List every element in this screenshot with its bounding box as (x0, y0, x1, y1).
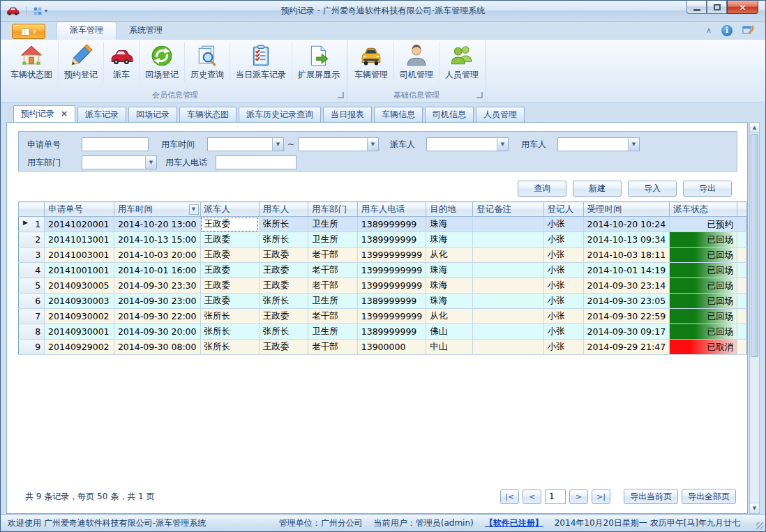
grid-cell[interactable]: 王政委 (200, 263, 259, 278)
column-header[interactable]: 用车时间▼ (114, 202, 200, 217)
grid-cell[interactable]: 小张 (543, 294, 583, 309)
tab-vehicle-status-chart[interactable]: 车辆状态图 (179, 107, 236, 122)
grid-cell[interactable] (473, 309, 544, 324)
grid-cell[interactable]: 王政委 (200, 248, 259, 263)
dropdown-arrow-icon[interactable]: ▼ (272, 138, 283, 151)
grid-cell[interactable]: 2014-10-01 14:19 (583, 263, 670, 278)
grid-cell[interactable]: 老干部 (308, 278, 357, 294)
grid-cell[interactable]: 珠海 (426, 232, 473, 248)
grid-cell[interactable]: 2014-10-13 15:00 (114, 232, 200, 248)
application-menu-button[interactable]: ▾ (12, 24, 45, 39)
grid-cell[interactable]: 2014-10-20 10:24 (583, 217, 670, 232)
column-header[interactable]: 申请单号 (45, 202, 114, 217)
today-dispatch-records-button[interactable]: 当日派车记录 (230, 42, 292, 82)
grid-cell[interactable]: 已回场 (670, 309, 737, 324)
grid-cell[interactable]: 张所长 (259, 232, 308, 248)
export-all-pages-button[interactable]: 导出全部页 (682, 489, 736, 504)
next-page-button[interactable]: > (569, 489, 588, 504)
dropdown-arrow-icon[interactable]: ▼ (628, 138, 639, 151)
grid-cell[interactable]: 从化 (426, 248, 473, 263)
grid-cell[interactable] (473, 340, 544, 355)
last-page-button[interactable]: >| (592, 489, 610, 504)
grid-cell[interactable]: 王政委 (259, 340, 308, 355)
grid-cell[interactable]: 20141013001 (45, 232, 114, 248)
grid-cell[interactable]: 已预约 (670, 217, 737, 232)
grid-cell[interactable]: 珠海 (426, 263, 473, 278)
dispatcher-select[interactable]: ▼ (426, 137, 509, 151)
grid-cell[interactable]: 小张 (543, 248, 583, 263)
grid-cell[interactable]: 已回场 (670, 248, 737, 263)
personnel-manage-button[interactable]: 人员管理 (439, 42, 484, 82)
close-tab-icon[interactable]: × (61, 107, 68, 121)
table-row[interactable]: 9201409290022014-09-30 08:00张所长王政委老干部139… (19, 340, 747, 355)
grid-cell[interactable]: 13999999999 (357, 309, 426, 324)
resize-grip[interactable] (756, 522, 763, 529)
column-header[interactable]: 用车人 (259, 202, 308, 217)
grid-cell[interactable]: 佛山 (426, 324, 473, 340)
import-button[interactable]: 导入 (628, 181, 677, 197)
request-no-input[interactable] (82, 137, 149, 151)
grid-cell[interactable]: 13999999999 (357, 248, 426, 263)
grid-cell[interactable]: 20140930002 (45, 309, 114, 324)
grid-cell[interactable]: 老干部 (308, 263, 357, 278)
table-row[interactable]: 5201409300052014-09-30 23:30王政委王政委老干部139… (19, 278, 747, 294)
grid-cell[interactable]: 王政委 (200, 278, 259, 294)
grid-cell[interactable] (473, 324, 544, 340)
grid-cell[interactable]: 中山 (426, 340, 473, 355)
column-header[interactable]: 派车状态 (670, 202, 737, 217)
grid-cell[interactable] (473, 263, 544, 278)
tab-return-records[interactable]: 回场记录 (128, 107, 177, 122)
grid-cell[interactable]: 20140930001 (45, 324, 114, 340)
grid-cell[interactable]: 小张 (543, 232, 583, 248)
dropdown-arrow-icon[interactable]: ▼ (497, 138, 508, 151)
info-icon[interactable]: i (721, 25, 733, 36)
tab-daily-report[interactable]: 当日报表 (323, 107, 372, 122)
column-header[interactable]: 用车部门 (308, 202, 357, 217)
table-row[interactable]: 7201409300022014-09-30 22:00张所长王政委老干部139… (19, 309, 747, 324)
table-row[interactable]: 6201409300032014-09-30 23:00王政委张所长卫生所138… (19, 294, 747, 309)
vehicle-status-chart-button[interactable]: 车辆状态图 (5, 42, 58, 82)
table-row[interactable]: 4201410010012014-10-01 16:00王政委王政委老干部139… (19, 263, 747, 278)
grid-cell[interactable]: 从化 (426, 309, 473, 324)
grid-cell[interactable]: 13900000 (357, 340, 426, 355)
grid-cell[interactable]: 卫生所 (308, 217, 357, 232)
grid-cell[interactable]: 2014-10-01 16:00 (114, 263, 200, 278)
grid-cell[interactable]: 已回场 (670, 278, 737, 294)
first-page-button[interactable]: |< (500, 489, 519, 504)
quick-access-toolbar[interactable]: ▾ (26, 6, 47, 16)
grid-cell[interactable]: 张所长 (259, 324, 308, 340)
use-time-from-select[interactable]: ▼ (207, 137, 284, 151)
ribbon-tab-dispatch[interactable]: 派车管理 (57, 22, 117, 40)
export-current-page-button[interactable]: 导出当前页 (624, 489, 678, 504)
use-time-to-select[interactable]: ▼ (298, 137, 379, 151)
grid-cell[interactable]: 老干部 (308, 309, 357, 324)
grid-cell[interactable]: 2014-10-13 09:34 (583, 232, 670, 248)
tab-dispatch-history-query[interactable]: 派车历史记录查询 (239, 107, 321, 122)
scroll-down-icon[interactable]: ▼ (750, 503, 759, 513)
phone-input[interactable] (216, 155, 296, 169)
grid-cell[interactable]: 13999999999 (357, 278, 426, 294)
grid-cell[interactable]: 已回场 (670, 324, 737, 340)
table-row[interactable]: 2201410130012014-10-13 15:00王政委张所长卫生所138… (19, 232, 747, 248)
grid-cell[interactable]: 2014-09-29 21:47 (583, 340, 670, 355)
dropdown-arrow-icon[interactable]: ▼ (367, 138, 378, 151)
grid-cell[interactable]: 王政委 (259, 263, 308, 278)
grid-cell[interactable]: 2014-09-30 23:30 (114, 278, 200, 294)
grid-cell[interactable]: 小张 (543, 278, 583, 294)
ribbon-tab-system[interactable]: 系统管理 (117, 22, 175, 40)
column-header[interactable]: 派车人 (200, 202, 259, 217)
chevron-down-icon[interactable]: ▾ (45, 8, 47, 14)
license-registered-link[interactable]: 【软件已注册】 (485, 517, 543, 529)
grid-cell[interactable]: 2014-09-30 23:00 (114, 294, 200, 309)
grid-cell[interactable]: 1389999999 (357, 294, 426, 309)
vertical-scrollbar[interactable]: ▲ ▼ (749, 122, 760, 514)
grid-cell[interactable]: 2014-10-20 13:00 (114, 217, 200, 232)
page-number-input[interactable] (545, 489, 566, 504)
grid-cell[interactable]: 珠海 (426, 217, 473, 232)
grid-cell[interactable]: 王政委 (259, 278, 308, 294)
grid-cell[interactable]: 2014-09-30 20:00 (114, 324, 200, 340)
dropdown-arrow-icon[interactable]: ▼ (145, 156, 156, 169)
grid-cell[interactable] (473, 278, 544, 294)
column-header[interactable]: 用车人电话 (357, 202, 426, 217)
scroll-up-icon[interactable]: ▲ (750, 123, 759, 133)
